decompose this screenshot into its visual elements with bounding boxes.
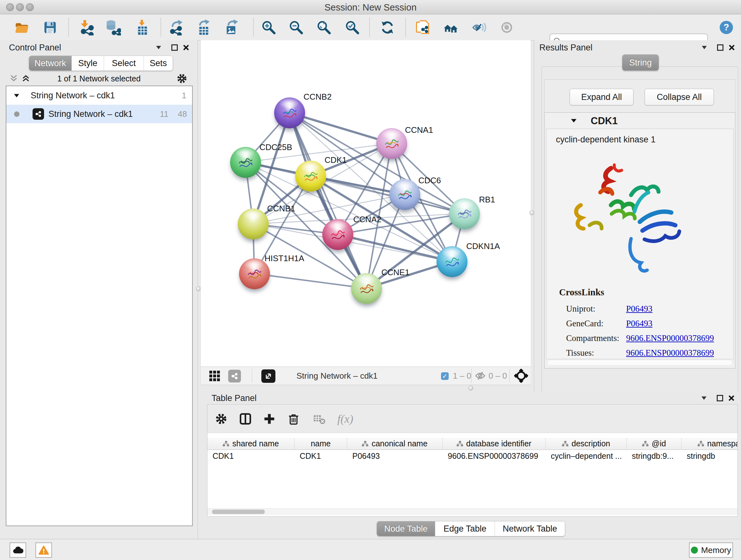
save-session-button[interactable] bbox=[42, 19, 58, 36]
table-settings-gear-icon[interactable] bbox=[212, 410, 230, 428]
detach-view-icon[interactable] bbox=[261, 369, 275, 383]
tab-sets[interactable]: Sets bbox=[144, 56, 173, 71]
tab-network[interactable]: Network bbox=[29, 56, 71, 71]
column-header-name[interactable]: name bbox=[294, 438, 347, 449]
import-network-url-icon bbox=[414, 19, 430, 36]
export-image-button[interactable] bbox=[223, 19, 240, 36]
zoom-in-button[interactable] bbox=[260, 19, 277, 36]
column-header-canonical-name[interactable]: canonical name bbox=[347, 438, 443, 449]
node-table-container: f(x) shared namenamecanonical namedataba… bbox=[207, 404, 738, 516]
tab-select[interactable]: Select bbox=[104, 56, 144, 71]
crosslink-link[interactable]: P06493 bbox=[626, 304, 653, 314]
export-image-icon bbox=[224, 19, 240, 36]
panel-menu-icon[interactable] bbox=[155, 45, 162, 51]
table-hscrollbar-thumb[interactable] bbox=[212, 509, 265, 514]
column-header-shared-name[interactable]: shared name bbox=[207, 438, 294, 449]
table-cell[interactable]: CDK1 bbox=[294, 449, 347, 462]
table-row[interactable]: CDK1CDK1P064939606.ENSP00000378699cyclin… bbox=[207, 449, 738, 462]
float-panel-icon[interactable] bbox=[171, 44, 178, 51]
collection-collapse-icon[interactable] bbox=[13, 93, 20, 98]
network-node-CDC6[interactable] bbox=[389, 179, 420, 210]
warnings-button[interactable] bbox=[36, 543, 52, 558]
tab-style[interactable]: Style bbox=[71, 56, 104, 71]
panel-menu-icon[interactable] bbox=[701, 45, 708, 51]
import-network-file-button[interactable] bbox=[78, 19, 95, 36]
column-header-database-identifier[interactable]: database identifier bbox=[443, 438, 546, 449]
network-node-CDC25B[interactable] bbox=[230, 147, 261, 178]
function-builder-icon[interactable]: f(x) bbox=[333, 410, 358, 428]
import-network-database-button[interactable] bbox=[105, 19, 121, 36]
birds-eye-button[interactable] bbox=[498, 19, 515, 36]
column-header-description[interactable]: description bbox=[546, 438, 627, 449]
collapse-all-button[interactable]: Collapse All bbox=[645, 89, 714, 105]
close-panel-icon[interactable] bbox=[728, 44, 735, 51]
network-node-CCNA1[interactable] bbox=[376, 128, 407, 159]
title-bar: Session: New Session bbox=[0, 0, 741, 14]
show-columns-icon[interactable] bbox=[237, 410, 254, 428]
right-splitter-handle[interactable] bbox=[529, 210, 534, 215]
table-cell[interactable]: stringdb bbox=[682, 449, 738, 462]
tab-node-table[interactable]: Node Table bbox=[377, 521, 435, 536]
panel-menu-icon[interactable] bbox=[700, 395, 708, 401]
table-cell[interactable]: cyclin–dependent ... bbox=[546, 449, 627, 462]
cloud-button[interactable] bbox=[10, 543, 26, 558]
tab-network-table[interactable]: Network Table bbox=[495, 521, 565, 536]
expand-all-button[interactable]: Expand All bbox=[569, 89, 633, 105]
table-cell[interactable]: stringdb:9... bbox=[627, 449, 682, 462]
table-hscrollbar[interactable] bbox=[207, 508, 738, 515]
table-cell[interactable]: CDK1 bbox=[207, 449, 294, 462]
close-panel-icon[interactable] bbox=[728, 395, 735, 401]
gene-section-scrollbar[interactable] bbox=[547, 360, 732, 366]
tab-string[interactable]: String bbox=[622, 55, 659, 71]
float-panel-icon[interactable] bbox=[717, 395, 724, 401]
crosslink-link[interactable]: P06493 bbox=[626, 319, 653, 328]
move-crosshair-icon[interactable] bbox=[514, 369, 528, 383]
help-button[interactable]: ? bbox=[718, 19, 735, 36]
add-column-icon[interactable] bbox=[261, 410, 278, 428]
network-options-gear-icon[interactable] bbox=[176, 72, 188, 85]
network-node-CCNA2[interactable] bbox=[322, 219, 353, 250]
import-network-url-button[interactable] bbox=[414, 19, 431, 36]
network-node-RB1[interactable] bbox=[449, 198, 480, 229]
graphics-details-button[interactable] bbox=[471, 19, 487, 36]
network-node-CCNE1[interactable] bbox=[351, 273, 382, 304]
zoom-fit-button[interactable] bbox=[316, 19, 332, 36]
table-cell[interactable]: 9606.ENSP00000378699 bbox=[443, 449, 546, 462]
network-row[interactable]: String Network – cdk1 11 48 bbox=[6, 105, 192, 123]
network-canvas[interactable]: CCNB2CCNA1CDC25BCDK1CDC6RB1CCNB1CCNA2CDK… bbox=[200, 40, 531, 367]
float-panel-icon[interactable] bbox=[717, 44, 724, 51]
grid-view-icon[interactable] bbox=[208, 370, 220, 382]
open-session-button[interactable] bbox=[13, 19, 30, 36]
crosslink-link[interactable]: 9606.ENSP00000378699 bbox=[626, 333, 714, 343]
node-label-CCNB1: CCNB1 bbox=[267, 204, 295, 213]
crosslink-link[interactable]: 9606.ENSP00000378699 bbox=[626, 348, 714, 358]
column-header-namespace[interactable]: namespace bbox=[682, 438, 738, 449]
gene-collapse-icon[interactable] bbox=[570, 118, 577, 123]
close-panel-icon[interactable] bbox=[183, 44, 190, 51]
hidden-eye-slash-icon[interactable] bbox=[475, 370, 486, 381]
network-node-CDK1[interactable] bbox=[295, 161, 326, 192]
zoom-out-button[interactable] bbox=[288, 19, 305, 36]
selected-checkbox-icon[interactable]: ✓ bbox=[441, 372, 449, 380]
left-splitter-handle[interactable] bbox=[196, 287, 201, 291]
memory-button[interactable]: Memory bbox=[689, 543, 733, 558]
import-table-button[interactable] bbox=[134, 19, 151, 36]
gene-section-header[interactable]: CDK1 bbox=[545, 113, 735, 129]
network-share-view-icon[interactable] bbox=[228, 370, 241, 382]
column-header--id[interactable]: @id bbox=[627, 438, 682, 449]
network-node-CCNB2[interactable] bbox=[274, 98, 305, 128]
zoom-selected-button[interactable] bbox=[344, 19, 360, 36]
apply-layout-button[interactable] bbox=[379, 19, 396, 36]
delete-column-trash-icon[interactable] bbox=[285, 410, 302, 428]
network-node-CDKN1A[interactable] bbox=[436, 246, 468, 277]
export-network-button[interactable] bbox=[168, 19, 185, 36]
tab-edge-table[interactable]: Edge Table bbox=[435, 521, 495, 536]
node-label-CCNE1: CCNE1 bbox=[381, 267, 409, 277]
table-cell[interactable]: P06493 bbox=[347, 449, 443, 462]
delete-table-icon[interactable] bbox=[311, 410, 328, 428]
export-table-button[interactable] bbox=[196, 19, 212, 36]
horizontal-splitter-handle[interactable] bbox=[468, 386, 473, 390]
network-node-CCNB1[interactable] bbox=[238, 208, 269, 240]
network-collection-row[interactable]: String Network – cdk1 1 bbox=[6, 86, 192, 105]
homes-button[interactable] bbox=[443, 19, 459, 36]
